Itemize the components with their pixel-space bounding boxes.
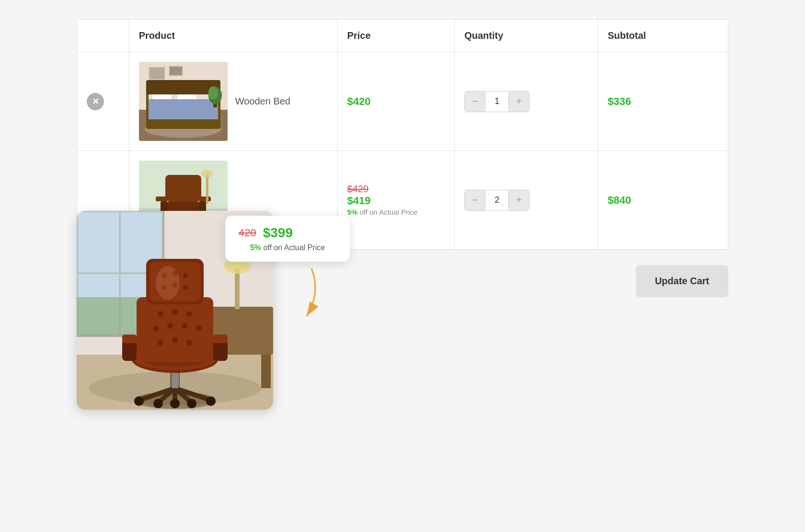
col-header-subtotal: Subtotal (598, 20, 728, 52)
svg-rect-3 (150, 68, 164, 79)
col-header-quantity: Quantity (455, 20, 598, 52)
table-row: ✕ (77, 52, 728, 151)
remove-cell: ✕ (77, 52, 129, 151)
svg-point-60 (206, 396, 216, 406)
svg-point-78 (172, 337, 178, 343)
quantity-control-1: − 1 + (464, 91, 529, 112)
col-header-price: Price (337, 20, 455, 52)
subtotal-cell-1: $336 (598, 52, 728, 151)
qty-increase-1[interactable]: + (509, 92, 529, 112)
quantity-cell-1: − 1 + (455, 52, 598, 151)
product-name-1: Wooden Bed (235, 96, 290, 107)
svg-rect-47 (261, 355, 271, 388)
update-cart-button[interactable]: Update Cart (636, 265, 728, 297)
svg-rect-32 (206, 175, 208, 204)
page-wrapper: Product Price Quantity Subtotal ✕ (67, 10, 738, 312)
qty-increase-2[interactable]: + (509, 190, 529, 210)
svg-point-16 (208, 86, 218, 100)
col-header-product: Product (129, 20, 337, 52)
svg-rect-30 (156, 197, 168, 201)
svg-point-75 (182, 323, 187, 329)
svg-point-74 (167, 323, 173, 329)
price-cell-2: $429 $419 5% off on Actual Price (337, 151, 455, 250)
svg-rect-12 (149, 99, 218, 119)
svg-point-57 (153, 399, 163, 408)
qty-value-1: 1 (485, 93, 509, 110)
product-price-discounted-2: $419 (347, 195, 371, 207)
svg-point-58 (170, 399, 180, 408)
tooltip-discount-pct: 5% (250, 243, 261, 252)
svg-point-70 (158, 311, 163, 317)
svg-point-59 (187, 399, 196, 408)
product-price-strikethrough-2: $429 (347, 184, 445, 195)
tooltip-discounted-price: $399 (263, 225, 293, 241)
subtotal-cell-2: $840 (598, 151, 728, 250)
svg-point-56 (134, 396, 144, 406)
qty-decrease-2[interactable]: − (465, 190, 485, 210)
product-subtotal-2: $840 (608, 194, 631, 206)
quantity-cell-2: − 2 + (455, 151, 598, 250)
svg-rect-31 (199, 197, 211, 201)
svg-point-33 (201, 170, 213, 178)
svg-point-88 (156, 266, 180, 300)
svg-point-73 (153, 325, 159, 331)
tooltip-discount-text: 5% off on Actual Price (239, 243, 336, 252)
svg-rect-19 (165, 175, 201, 201)
svg-point-71 (172, 309, 178, 314)
tooltip-original-price: 420 (239, 227, 256, 239)
svg-point-84 (183, 273, 188, 278)
svg-rect-67 (122, 335, 137, 343)
svg-point-87 (183, 285, 188, 290)
svg-rect-68 (213, 335, 228, 343)
discount-tooltip: 420 $399 5% off on Actual Price (225, 216, 350, 262)
svg-rect-69 (137, 297, 213, 362)
quantity-control-2: − 2 + (464, 190, 529, 211)
product-price-1: $420 (347, 95, 371, 107)
svg-point-79 (186, 340, 192, 346)
svg-point-72 (186, 311, 192, 317)
qty-value-2: 2 (485, 191, 509, 209)
svg-rect-5 (170, 67, 182, 75)
col-header-remove (77, 20, 129, 52)
remove-button[interactable]: ✕ (87, 93, 104, 110)
svg-rect-48 (235, 268, 240, 309)
qty-decrease-1[interactable]: − (465, 92, 485, 112)
svg-point-76 (196, 325, 202, 331)
product-subtotal-1: $336 (608, 95, 631, 107)
product-cell: Wooden Bed (129, 52, 337, 151)
discount-pct-2: 5% (347, 208, 358, 216)
tooltip-price-row: 420 $399 (239, 225, 336, 241)
price-cell-1: $420 (337, 52, 455, 151)
discount-text-2: 5% off on Actual Price (347, 207, 445, 217)
product-image-bed (139, 62, 228, 141)
svg-point-77 (158, 340, 163, 346)
